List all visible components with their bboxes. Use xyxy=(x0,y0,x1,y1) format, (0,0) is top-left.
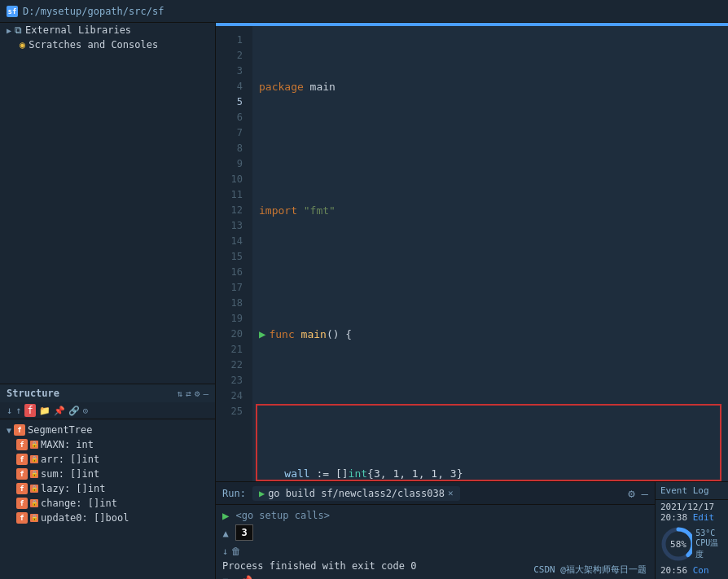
arrow-icon: ▼ xyxy=(7,426,11,435)
up-icon[interactable]: ▲ xyxy=(223,526,229,541)
struct-item-arr[interactable]: f 🔒 arr: []int xyxy=(0,452,215,467)
code-line xyxy=(259,141,715,156)
minimize-icon[interactable]: — xyxy=(642,487,648,500)
struct-field-name: update0: []bool xyxy=(41,512,129,524)
structure-content: ▼ f SegmentTree f 🔒 MAXN: int f 🔒 arr: [… xyxy=(0,419,215,579)
struct-item-sum[interactable]: f 🔒 sum: []int xyxy=(0,467,215,481)
code-line: import "fmt" xyxy=(259,203,715,218)
scroll-to-end-icon[interactable]: ↓ xyxy=(222,546,228,557)
watermark: CSDN @福大架构师每日一题 xyxy=(533,564,647,576)
pin-icon[interactable]: 📌 xyxy=(54,406,65,416)
project-path: D:/mysetup/gopath/src/sf xyxy=(23,6,164,17)
code-line xyxy=(259,265,715,280)
struct-type-icon: f xyxy=(16,512,28,524)
struct-type-icon: f xyxy=(14,424,25,436)
settings-icon[interactable]: ⚙ xyxy=(628,487,634,500)
sort2-icon[interactable]: ⇄ xyxy=(186,388,191,399)
line-numbers: 1 2 3 4 5 6 7 8 9 10 11 12 13 14 xyxy=(216,26,252,481)
structure-title: Structure xyxy=(7,388,173,399)
clear-icon[interactable]: 🗑 xyxy=(231,546,241,557)
settings-icon[interactable]: ⚙ xyxy=(195,388,200,399)
cpu-temp: 53°C xyxy=(695,529,723,537)
struct-item-change[interactable]: f 🔒 change: []int xyxy=(0,496,215,511)
lock-icon: 🔒 xyxy=(30,455,38,463)
wrap-icon[interactable]: ↵ xyxy=(231,575,237,579)
sidebar-item-external-libraries[interactable]: ▶ ⧉ External Libraries xyxy=(0,23,215,37)
struct-item-update0[interactable]: f 🔒 update0: []bool xyxy=(0,511,215,525)
sidebar-item-scratches[interactable]: ◉ Scratches and Consoles xyxy=(0,37,215,52)
struct-field-name: MAXN: int xyxy=(41,439,94,450)
struct-type-icon: f xyxy=(16,468,28,480)
run-tab-bar: Run: ▶ go build sf/newclass2/class038 ✕ … xyxy=(216,482,655,505)
event-log-panel: Event Log 2021/12/17 20:38 Edit 58% 53°C… xyxy=(655,481,728,579)
cpu-gauge: 58% xyxy=(660,526,692,562)
sidebar-label: External Libraries xyxy=(25,24,131,36)
run-tab-name: go build sf/newclass2/class038 xyxy=(268,488,445,499)
structure-panel: Structure ⇅ ⇄ ⚙ — ↓ ↑ f 📁 📌 🔗 ⊙ xyxy=(0,384,215,579)
console-icon: ◉ xyxy=(20,39,25,50)
play-icon[interactable]: ▶ xyxy=(222,508,229,523)
struct-field-name: lazy: []int xyxy=(41,483,105,494)
output-line: 3 xyxy=(235,524,648,541)
event-log-title: Event Log xyxy=(656,482,728,500)
struct-type-icon: f xyxy=(16,498,28,509)
structure-header: Structure ⇅ ⇄ ⚙ — xyxy=(0,384,215,402)
svg-text:58%: 58% xyxy=(670,539,686,550)
struct-type-icon: f xyxy=(16,439,28,450)
link-icon[interactable]: 🔗 xyxy=(68,406,80,416)
exit-message: Process finished with exit code 0 xyxy=(222,560,416,572)
struct-item-maxn[interactable]: f 🔒 MAXN: int xyxy=(0,437,215,452)
filter-icon[interactable]: f xyxy=(24,404,35,417)
code-lines: package main import "fmt" ▶ xyxy=(252,26,728,481)
edit-link[interactable]: Edit xyxy=(693,512,715,523)
lock-icon: 🔒 xyxy=(30,499,38,507)
pin2-icon[interactable]: 📌 xyxy=(240,575,252,579)
expand-icon[interactable]: ↓ xyxy=(7,405,12,416)
struct-type-icon: f xyxy=(16,483,28,494)
arrow-icon: ▶ xyxy=(7,26,11,35)
code-editor: 1 2 3 4 5 6 7 8 9 10 11 12 13 14 xyxy=(216,26,728,481)
struct-type-icon: f xyxy=(16,454,28,465)
struct-field-name: sum: []int xyxy=(41,468,99,480)
project-icon: sf xyxy=(7,6,18,17)
top-bar: sf D:/mysetup/gopath/src/sf xyxy=(0,0,728,23)
target-icon[interactable]: ⊙ xyxy=(83,406,89,416)
format-icon[interactable]: ≡ xyxy=(222,575,228,579)
lock-icon: 🔒 xyxy=(30,441,38,449)
event-log-item-3: 20:56 Con xyxy=(656,564,728,577)
minimize-icon[interactable]: — xyxy=(203,388,208,399)
output-box: 3 xyxy=(235,524,252,541)
sidebar: ▶ ⧉ External Libraries ◉ Scratches and C… xyxy=(0,23,216,579)
event-log-item: 2021/12/17 20:38 Edit xyxy=(656,500,728,524)
run-tab-icon: ▶ xyxy=(259,488,265,499)
struct-item-lazy[interactable]: f 🔒 lazy: []int xyxy=(0,481,215,496)
run-label: Run: xyxy=(222,488,246,499)
cpu-label: CPU温度 xyxy=(695,537,723,560)
struct-field-name: change: []int xyxy=(41,498,117,509)
sidebar-label: Scratches and Consoles xyxy=(29,39,158,50)
run-arrow-icon: ▶ xyxy=(259,327,265,342)
event-log-item-2: 58% 53°C CPU温度 xyxy=(656,524,728,564)
con-link[interactable]: Con xyxy=(693,565,709,576)
lock-icon: 🔒 xyxy=(30,514,38,522)
struct-field-name: arr: []int xyxy=(41,454,99,465)
folder2-icon[interactable]: 📁 xyxy=(39,406,50,416)
struct-item-segmenttree[interactable]: ▼ f SegmentTree xyxy=(0,423,215,437)
code-line: wall := []int{3, 1, 1, 1, 3} xyxy=(259,466,715,481)
setup-calls-line: <go setup calls> xyxy=(235,508,648,523)
close-icon[interactable]: ✕ xyxy=(448,488,454,498)
lock-icon: 🔒 xyxy=(30,470,38,478)
library-icon: ⧉ xyxy=(15,24,22,36)
sort-icon[interactable]: ⇅ xyxy=(178,388,183,399)
lock-icon: 🔒 xyxy=(30,485,38,493)
code-line: package main xyxy=(259,79,715,94)
code-line: ▶ func main() { xyxy=(259,327,715,342)
run-tab[interactable]: ▶ go build sf/newclass2/class038 ✕ xyxy=(252,486,460,501)
collapse-icon[interactable]: ↑ xyxy=(15,405,21,416)
struct-name: SegmentTree xyxy=(28,424,92,436)
